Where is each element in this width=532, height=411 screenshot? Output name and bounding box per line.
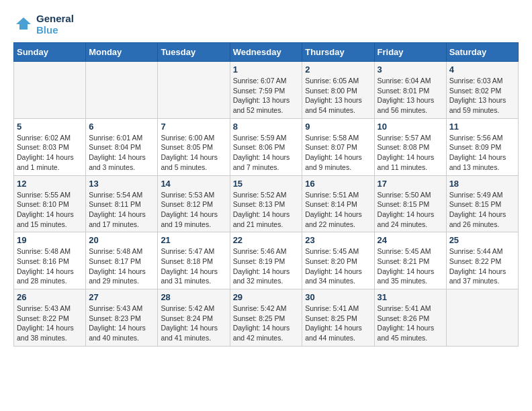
day-number: 29	[233, 292, 300, 302]
day-number: 4	[449, 64, 515, 75]
day-info: Sunrise: 6:03 AM Sunset: 8:02 PM Dayligh…	[449, 76, 515, 116]
page-header: General Blue	[13, 13, 519, 36]
calendar-cell: 20Sunrise: 5:48 AM Sunset: 8:17 PM Dayli…	[86, 232, 158, 289]
day-number: 18	[449, 179, 515, 189]
calendar-cell: 27Sunrise: 5:43 AM Sunset: 8:23 PM Dayli…	[86, 289, 158, 347]
col-header-tuesday: Tuesday	[158, 43, 230, 62]
calendar-cell: 14Sunrise: 5:53 AM Sunset: 8:12 PM Dayli…	[158, 175, 230, 232]
calendar-cell: 13Sunrise: 5:54 AM Sunset: 8:11 PM Dayli…	[86, 175, 158, 232]
calendar-cell: 26Sunrise: 5:43 AM Sunset: 8:22 PM Dayli…	[14, 289, 86, 347]
calendar-cell: 23Sunrise: 5:45 AM Sunset: 8:20 PM Dayli…	[302, 232, 374, 289]
col-header-monday: Monday	[86, 43, 158, 62]
day-number: 23	[305, 235, 371, 245]
day-number: 2	[305, 64, 371, 75]
day-info: Sunrise: 5:52 AM Sunset: 8:13 PM Dayligh…	[233, 190, 300, 230]
day-number: 16	[305, 179, 371, 189]
week-row-3: 12Sunrise: 5:55 AM Sunset: 8:10 PM Dayli…	[14, 175, 519, 232]
day-info: Sunrise: 5:58 AM Sunset: 8:07 PM Dayligh…	[305, 133, 371, 173]
calendar-cell: 28Sunrise: 5:42 AM Sunset: 8:24 PM Dayli…	[158, 289, 230, 347]
day-info: Sunrise: 6:00 AM Sunset: 8:05 PM Dayligh…	[161, 133, 226, 173]
calendar-cell	[86, 62, 158, 119]
day-info: Sunrise: 6:01 AM Sunset: 8:04 PM Dayligh…	[89, 133, 154, 173]
day-number: 17	[378, 179, 443, 189]
week-row-4: 19Sunrise: 5:48 AM Sunset: 8:16 PM Dayli…	[14, 232, 519, 289]
logo: General Blue	[13, 13, 74, 36]
day-info: Sunrise: 5:49 AM Sunset: 8:15 PM Dayligh…	[449, 190, 515, 230]
calendar-cell: 11Sunrise: 5:56 AM Sunset: 8:09 PM Dayli…	[446, 118, 518, 175]
col-header-thursday: Thursday	[302, 43, 374, 62]
day-number: 14	[161, 179, 226, 189]
calendar-cell: 31Sunrise: 5:41 AM Sunset: 8:26 PM Dayli…	[374, 289, 446, 347]
calendar-cell: 10Sunrise: 5:57 AM Sunset: 8:08 PM Dayli…	[374, 118, 446, 175]
day-info: Sunrise: 5:41 AM Sunset: 8:26 PM Dayligh…	[378, 304, 443, 343]
day-info: Sunrise: 5:42 AM Sunset: 8:25 PM Dayligh…	[233, 304, 300, 343]
logo-line2: Blue	[36, 25, 74, 36]
day-info: Sunrise: 5:57 AM Sunset: 8:08 PM Dayligh…	[378, 133, 443, 173]
calendar-cell: 7Sunrise: 6:00 AM Sunset: 8:05 PM Daylig…	[158, 118, 230, 175]
day-number: 20	[89, 235, 154, 245]
day-info: Sunrise: 5:53 AM Sunset: 8:12 PM Dayligh…	[161, 190, 226, 230]
col-header-sunday: Sunday	[14, 43, 86, 62]
day-number: 13	[89, 179, 154, 189]
calendar-table: SundayMondayTuesdayWednesdayThursdayFrid…	[13, 42, 519, 347]
logo-bird-icon	[13, 15, 34, 35]
day-info: Sunrise: 5:46 AM Sunset: 8:19 PM Dayligh…	[233, 246, 300, 286]
logo-container: General Blue	[13, 13, 74, 36]
calendar-cell: 16Sunrise: 5:51 AM Sunset: 8:14 PM Dayli…	[302, 175, 374, 232]
col-header-saturday: Saturday	[446, 43, 518, 62]
day-info: Sunrise: 5:51 AM Sunset: 8:14 PM Dayligh…	[305, 190, 371, 230]
header-row: SundayMondayTuesdayWednesdayThursdayFrid…	[14, 43, 519, 62]
day-info: Sunrise: 5:47 AM Sunset: 8:18 PM Dayligh…	[161, 246, 226, 286]
day-number: 11	[449, 122, 515, 132]
week-row-2: 5Sunrise: 6:02 AM Sunset: 8:03 PM Daylig…	[14, 118, 519, 175]
day-info: Sunrise: 5:43 AM Sunset: 8:23 PM Dayligh…	[89, 304, 154, 343]
day-number: 26	[17, 292, 83, 302]
day-number: 21	[161, 235, 226, 245]
calendar-cell: 19Sunrise: 5:48 AM Sunset: 8:16 PM Dayli…	[14, 232, 86, 289]
calendar-cell: 17Sunrise: 5:50 AM Sunset: 8:15 PM Dayli…	[374, 175, 446, 232]
calendar-cell	[158, 62, 230, 119]
calendar-cell: 4Sunrise: 6:03 AM Sunset: 8:02 PM Daylig…	[446, 62, 518, 119]
day-number: 27	[89, 292, 154, 302]
calendar-cell: 6Sunrise: 6:01 AM Sunset: 8:04 PM Daylig…	[86, 118, 158, 175]
col-header-wednesday: Wednesday	[230, 43, 302, 62]
day-number: 1	[233, 64, 300, 75]
week-row-1: 1Sunrise: 6:07 AM Sunset: 7:59 PM Daylig…	[14, 62, 519, 119]
day-number: 9	[305, 122, 371, 132]
day-info: Sunrise: 5:45 AM Sunset: 8:20 PM Dayligh…	[305, 246, 371, 286]
day-info: Sunrise: 5:43 AM Sunset: 8:22 PM Dayligh…	[17, 304, 83, 343]
calendar-cell: 25Sunrise: 5:44 AM Sunset: 8:22 PM Dayli…	[446, 232, 518, 289]
day-info: Sunrise: 5:50 AM Sunset: 8:15 PM Dayligh…	[378, 190, 443, 230]
day-number: 10	[378, 122, 443, 132]
day-info: Sunrise: 6:02 AM Sunset: 8:03 PM Dayligh…	[17, 133, 83, 173]
day-number: 7	[161, 122, 226, 132]
day-info: Sunrise: 5:56 AM Sunset: 8:09 PM Dayligh…	[449, 133, 515, 173]
calendar-cell: 2Sunrise: 6:05 AM Sunset: 8:00 PM Daylig…	[302, 62, 374, 119]
calendar-cell: 15Sunrise: 5:52 AM Sunset: 8:13 PM Dayli…	[230, 175, 302, 232]
day-number: 19	[17, 235, 83, 245]
day-info: Sunrise: 5:41 AM Sunset: 8:25 PM Dayligh…	[305, 304, 371, 343]
day-number: 8	[233, 122, 300, 132]
day-info: Sunrise: 5:55 AM Sunset: 8:10 PM Dayligh…	[17, 190, 83, 230]
col-header-friday: Friday	[374, 43, 446, 62]
calendar-cell: 9Sunrise: 5:58 AM Sunset: 8:07 PM Daylig…	[302, 118, 374, 175]
calendar-cell	[14, 62, 86, 119]
day-info: Sunrise: 5:48 AM Sunset: 8:16 PM Dayligh…	[17, 246, 83, 286]
day-number: 3	[378, 64, 443, 75]
day-number: 22	[233, 235, 300, 245]
calendar-cell: 1Sunrise: 6:07 AM Sunset: 7:59 PM Daylig…	[230, 62, 302, 119]
logo-line1: General	[36, 13, 74, 25]
day-info: Sunrise: 6:07 AM Sunset: 7:59 PM Dayligh…	[233, 76, 300, 116]
calendar-cell: 8Sunrise: 5:59 AM Sunset: 8:06 PM Daylig…	[230, 118, 302, 175]
day-info: Sunrise: 5:54 AM Sunset: 8:11 PM Dayligh…	[89, 190, 154, 230]
day-info: Sunrise: 5:45 AM Sunset: 8:21 PM Dayligh…	[378, 246, 443, 286]
day-info: Sunrise: 6:04 AM Sunset: 8:01 PM Dayligh…	[378, 76, 443, 116]
calendar-cell: 30Sunrise: 5:41 AM Sunset: 8:25 PM Dayli…	[302, 289, 374, 347]
day-info: Sunrise: 6:05 AM Sunset: 8:00 PM Dayligh…	[305, 76, 371, 116]
calendar-cell	[446, 289, 518, 347]
svg-marker-0	[16, 17, 31, 30]
day-number: 31	[378, 292, 443, 302]
day-info: Sunrise: 5:59 AM Sunset: 8:06 PM Dayligh…	[233, 133, 300, 173]
calendar-cell: 18Sunrise: 5:49 AM Sunset: 8:15 PM Dayli…	[446, 175, 518, 232]
day-info: Sunrise: 5:48 AM Sunset: 8:17 PM Dayligh…	[89, 246, 154, 286]
